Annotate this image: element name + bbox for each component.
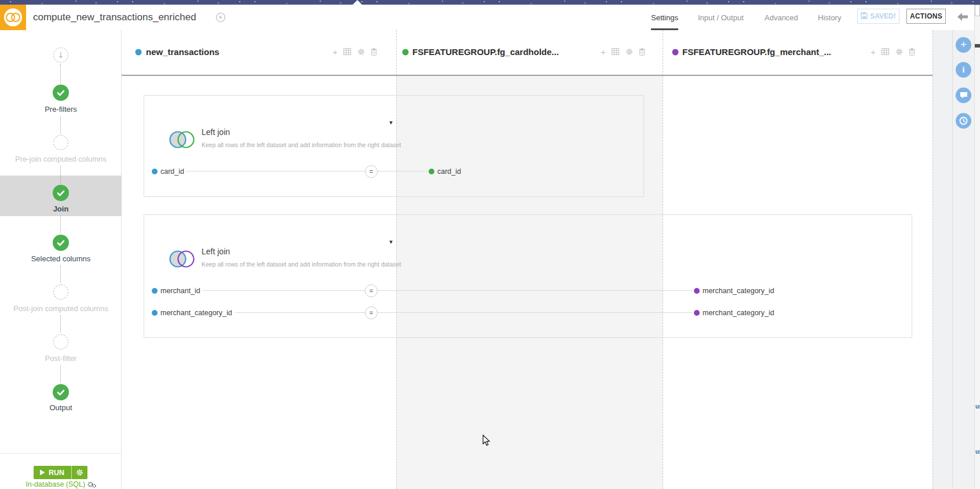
- page-title: compute_new_transactions_enriched: [33, 5, 196, 30]
- dataset-color-dot: [135, 49, 142, 56]
- collapse-panel-arrow-icon[interactable]: [957, 12, 968, 21]
- mouse-cursor: [482, 435, 491, 446]
- right-edge-background: [933, 30, 952, 489]
- step-circle-join[interactable]: [53, 185, 69, 201]
- clock-icon: [959, 116, 968, 125]
- check-icon: [57, 240, 65, 246]
- column-header-underline: [122, 75, 933, 76]
- chevron-down-icon[interactable]: ▾: [387, 119, 395, 126]
- plus-icon: +: [960, 39, 967, 50]
- actions-button[interactable]: ACTIONS: [906, 9, 946, 24]
- dataset-name-new-transactions: new_transactions: [146, 47, 220, 57]
- table-icon[interactable]: [611, 48, 620, 56]
- step-label-post-filter[interactable]: Post-filter: [0, 354, 122, 363]
- step-circle-pre-join-computed-columns[interactable]: [53, 135, 68, 150]
- add-join-icon[interactable]: +: [599, 48, 608, 56]
- gear-icon[interactable]: [625, 48, 634, 56]
- left-join-venn-icon: [167, 248, 197, 270]
- table-icon[interactable]: [881, 48, 890, 56]
- engine-selector-link[interactable]: In-database (SQL): [0, 480, 122, 488]
- step-connector: [60, 64, 61, 83]
- join-operator[interactable]: =: [365, 165, 378, 178]
- join-operator[interactable]: =: [365, 306, 378, 319]
- join-connector-line: [235, 312, 365, 313]
- step-label-join[interactable]: Join: [0, 205, 122, 213]
- dataset-name-fg-merchant: FSFEATUREGROUP.fg_merchant_...: [682, 47, 831, 57]
- top-notch-triangle: [353, 0, 362, 5]
- history-button[interactable]: [956, 113, 971, 129]
- right-key-dot: [694, 310, 700, 316]
- check-icon: [57, 190, 65, 196]
- right-key-merchant-id: merchant_category_id: [703, 286, 774, 295]
- step-circle-post-filter[interactable]: [53, 334, 68, 349]
- join-editor-canvas: new_transactions + FSFEATUREGROUP.fg_car…: [122, 30, 952, 489]
- step-circle-post-join-computed-columns[interactable]: [53, 284, 68, 300]
- trash-icon[interactable]: [908, 48, 916, 56]
- comment-icon: [960, 92, 968, 99]
- step-label-post-join-computed-columns[interactable]: Post-join computed columns: [0, 304, 122, 313]
- join-connector-line: [203, 290, 365, 291]
- step-connector: [60, 166, 61, 184]
- clipped-link-fragment: us: [975, 448, 980, 455]
- join-recipe-settings-page: compute_new_transactions_enriched Settin…: [0, 0, 980, 489]
- floppy-disk-icon: [861, 12, 868, 21]
- run-options-button[interactable]: [71, 466, 87, 479]
- gear-icon[interactable]: [357, 48, 365, 56]
- tab-input-output[interactable]: Input / Output: [698, 5, 744, 30]
- step-circle-pre-filters[interactable]: [53, 85, 69, 101]
- clipped-link-fragment: us: [975, 403, 980, 410]
- saved-button[interactable]: SAVED!: [857, 9, 899, 24]
- scroll-down-step-icon[interactable]: ↓: [53, 48, 68, 63]
- left-key-merchant-id: merchant_id: [160, 286, 200, 295]
- step-connector: [60, 216, 61, 233]
- join-recipe-logo: [0, 5, 26, 30]
- sidebar-divider: [0, 453, 122, 454]
- page-scrollbar-strip[interactable]: us us: [974, 5, 980, 489]
- check-icon: [57, 90, 65, 96]
- run-button-group: RUN: [34, 466, 87, 479]
- tab-history[interactable]: History: [818, 5, 841, 30]
- tab-advanced[interactable]: Advanced: [765, 5, 798, 30]
- gear-icon[interactable]: [895, 48, 904, 56]
- top-navy-strip: [0, 0, 980, 5]
- tab-settings[interactable]: Settings: [651, 5, 678, 30]
- info-button[interactable]: i: [956, 62, 971, 78]
- actions-button-label: ACTIONS: [910, 12, 942, 20]
- join-connector-line: [378, 290, 692, 291]
- dataset-color-dot: [402, 49, 409, 56]
- join-type-label: Left join: [202, 247, 230, 256]
- left-key-dot: [152, 288, 158, 294]
- navigate-icon[interactable]: [215, 12, 226, 23]
- step-label-pre-filters[interactable]: Pre-filters: [0, 105, 122, 114]
- dataset-color-dot: [672, 49, 679, 56]
- trash-icon[interactable]: [370, 48, 378, 56]
- step-circle-output[interactable]: [53, 384, 69, 400]
- comments-button[interactable]: [956, 87, 971, 103]
- left-key-merchant-category-id: merchant_category_id: [160, 308, 232, 318]
- join-venn-logo-icon: [0, 5, 26, 30]
- step-label-selected-columns[interactable]: Selected columns: [0, 254, 122, 263]
- join-type-description: Keep all rows of the left dataset and ad…: [202, 261, 401, 268]
- run-button[interactable]: RUN: [34, 466, 71, 479]
- add-join-icon[interactable]: +: [331, 48, 339, 56]
- header-bar: compute_new_transactions_enriched Settin…: [0, 5, 980, 31]
- left-key-card-id: card_id: [160, 167, 184, 176]
- add-join-icon[interactable]: +: [869, 48, 877, 56]
- dataset-name-fg-cardholder: FSFEATUREGROUP.fg_cardholde...: [412, 47, 559, 57]
- join-operator[interactable]: =: [365, 284, 378, 297]
- engine-label: In-database (SQL): [25, 480, 85, 488]
- step-circle-selected-columns[interactable]: [53, 235, 69, 251]
- trash-icon[interactable]: [638, 48, 646, 56]
- add-button[interactable]: +: [956, 37, 971, 53]
- info-icon: i: [963, 65, 965, 75]
- table-icon[interactable]: [343, 48, 352, 56]
- step-label-output[interactable]: Output: [0, 403, 122, 412]
- right-key-dot: [429, 169, 434, 174]
- scrollbar-top-button[interactable]: [975, 5, 980, 16]
- left-key-dot: [152, 169, 158, 174]
- join-connector-line: [186, 171, 365, 171]
- chevron-down-icon[interactable]: ▾: [387, 239, 395, 246]
- right-key-card-id: card_id: [437, 167, 461, 176]
- play-icon: [39, 469, 45, 476]
- step-label-pre-join-computed-columns[interactable]: Pre-join computed columns: [0, 155, 122, 163]
